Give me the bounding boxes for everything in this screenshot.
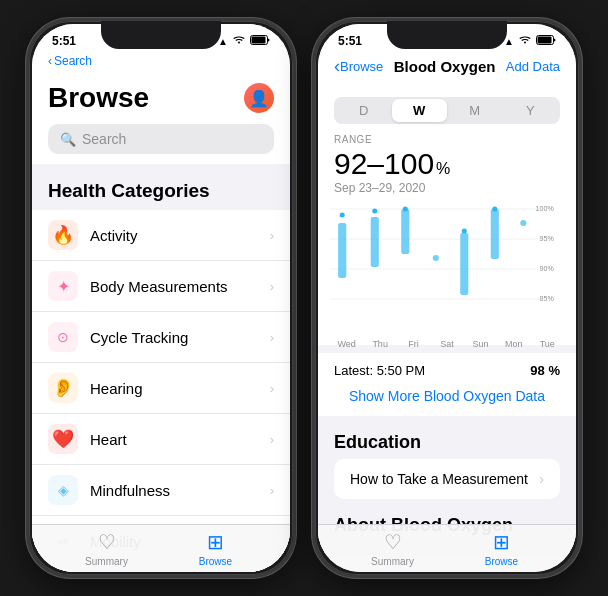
nav-back-left[interactable]: ‹ Search [48,54,274,68]
status-icons-left: ▲ [218,35,270,47]
chart-label-mon: Mon [497,339,530,349]
chevron-icon: › [270,381,274,396]
chevron-icon: › [270,483,274,498]
browse-tab-label: Browse [199,556,232,567]
chart-label-tue: Tue [531,339,564,349]
svg-text:100%: 100% [536,205,555,212]
summary-tab-icon: ♡ [98,530,116,554]
list-item[interactable]: ✦ Body Measurements › [32,261,290,312]
blood-oxygen-chart: 100% 95% 90% 85% [330,203,564,333]
time-tabs: D W M Y [334,97,560,124]
tab-m[interactable]: M [447,99,503,122]
list-item[interactable]: ❤️ Heart › [32,414,290,465]
chart-label-fri: Fri [397,339,430,349]
tab-browse-left[interactable]: ⊞ Browse [161,530,270,567]
latest-label: Latest: 5:50 PM [334,363,425,378]
detail-nav-back[interactable]: ‹ Browse [334,56,383,77]
svg-rect-1 [252,37,266,44]
chart-label-wed: Wed [330,339,363,349]
chart-date: Sep 23–29, 2020 [334,181,560,195]
chart-label-sun: Sun [464,339,497,349]
svg-rect-12 [338,223,346,278]
hearing-label: Hearing [90,380,270,397]
education-section: Education How to Take a Measurement › [318,424,576,511]
svg-rect-17 [491,209,499,259]
activity-icon: 🔥 [48,220,78,250]
nav-back-label-left: Search [54,54,92,68]
chevron-icon: › [270,228,274,243]
wifi-icon [232,35,246,47]
latest-value: 98 % [530,363,560,378]
svg-text:90%: 90% [540,265,555,272]
chart-label-sat: Sat [430,339,463,349]
health-categories-header: Health Categories [32,164,290,210]
tab-summary-left[interactable]: ♡ Summary [52,530,161,567]
summary-tab-label: Summary [85,556,128,567]
range-label: RANGE [334,134,560,145]
tab-bar-right: ♡ Summary ⊞ Browse [318,524,576,572]
summary-tab-icon: ♡ [384,530,402,554]
search-placeholder: Search [82,131,126,147]
svg-rect-16 [460,233,468,295]
detail-nav: ‹ Browse Blood Oxygen Add Data [318,52,576,85]
list-item[interactable]: 👂 Hearing › [32,363,290,414]
cycle-tracking-icon: ⊙ [48,322,78,352]
browse-tab-icon: ⊞ [207,530,224,554]
tab-browse-right[interactable]: ⊞ Browse [447,530,556,567]
status-bar-left: 5:51 ▲ [32,24,290,52]
svg-point-18 [520,220,526,226]
svg-point-15 [433,255,439,261]
heart-label: Heart [90,431,270,448]
search-icon: 🔍 [60,132,76,147]
heart-icon: ❤️ [48,424,78,454]
chevron-icon: › [270,279,274,294]
status-icons-right: ▲ [504,35,556,47]
activity-label: Activity [90,227,270,244]
chart-svg: 100% 95% 90% 85% [330,203,564,333]
cycle-tracking-label: Cycle Tracking [90,329,270,346]
signal-icon: ▲ [504,36,514,47]
svg-point-23 [492,207,497,212]
chevron-icon: › [270,432,274,447]
browse-content: Health Categories 🔥 Activity › ✦ Body Me… [32,164,290,572]
chevron-icon: › [270,330,274,345]
education-item[interactable]: How to Take a Measurement › [334,459,560,499]
svg-point-22 [462,229,467,234]
status-time-right: 5:51 [338,34,362,48]
body-measurements-label: Body Measurements [90,278,270,295]
search-bar[interactable]: 🔍 Search [48,124,274,154]
mindfulness-icon: ◈ [48,475,78,505]
show-more-link[interactable]: Show More Blood Oxygen Data [334,386,560,406]
status-bar-right: 5:51 ▲ [318,24,576,52]
add-data-button[interactable]: Add Data [506,59,560,74]
list-item[interactable]: ⊙ Cycle Tracking › [32,312,290,363]
education-item-label: How to Take a Measurement [350,471,528,487]
tab-d[interactable]: D [336,99,392,122]
svg-text:95%: 95% [540,235,555,242]
tab-y[interactable]: Y [503,99,559,122]
svg-rect-14 [401,209,409,254]
browse-tab-icon: ⊞ [493,530,510,554]
list-item[interactable]: 🔥 Activity › [32,210,290,261]
mindfulness-label: Mindfulness [90,482,270,499]
chart-x-labels: Wed Thu Fri Sat Sun Mon Tue [330,337,564,349]
svg-rect-3 [538,37,552,44]
browse-title-row: Browse 👤 [48,82,274,114]
browse-title-text: Browse [48,82,149,114]
detail-title: Blood Oxygen [394,58,496,75]
svg-text:85%: 85% [540,295,555,302]
profile-icon[interactable]: 👤 [244,83,274,113]
chevron-icon: › [539,471,544,487]
list-item[interactable]: ◈ Mindfulness › [32,465,290,516]
body-measurements-icon: ✦ [48,271,78,301]
right-phone-screen: 5:51 ▲ ‹ Browse Blood Oxygen [318,24,576,572]
hearing-icon: 👂 [48,373,78,403]
chart-label-thu: Thu [363,339,396,349]
tab-summary-right[interactable]: ♡ Summary [338,530,447,567]
svg-point-19 [340,213,345,218]
latest-row: Latest: 5:50 PM 98 % [334,363,560,378]
range-number: 92–100 [334,147,434,181]
signal-icon: ▲ [218,36,228,47]
range-value: 92–100 % [334,147,560,181]
tab-w[interactable]: W [392,99,448,122]
